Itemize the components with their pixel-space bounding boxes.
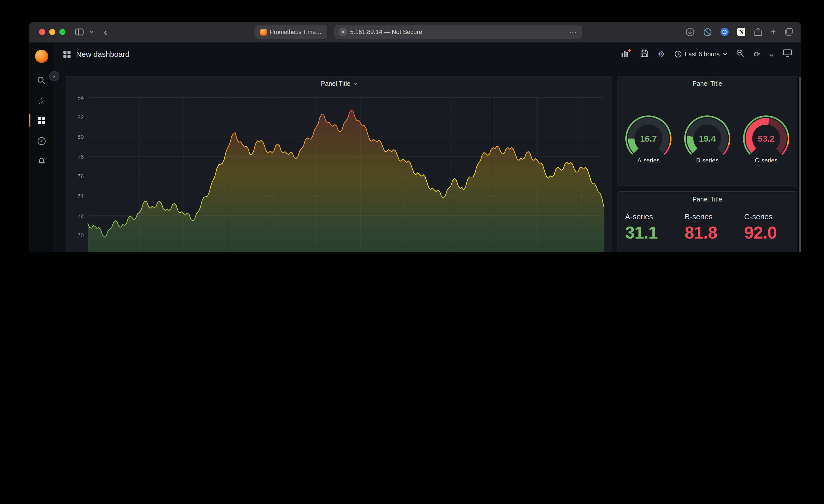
svg-text:80: 80 — [78, 134, 84, 140]
panel-title-bar[interactable]: Panel Title — [618, 76, 797, 91]
notion-extension-icon[interactable]: N — [737, 28, 745, 36]
stat-c-series: C-series 92.0 — [737, 207, 797, 252]
dashboards-grid-icon — [37, 117, 45, 125]
grafana-main: New dashboard — [54, 42, 801, 252]
panel-stats: Panel Title A-series 31.1 B-series — [617, 191, 797, 252]
grafana-logo[interactable] — [35, 50, 48, 63]
gauge-label: A-series — [637, 157, 659, 164]
grafana-favicon — [260, 29, 267, 35]
svg-text:68: 68 — [78, 252, 84, 252]
gauge-a-series: 16.7 A-series — [620, 114, 677, 164]
sidebar-expand-button[interactable]: › — [49, 71, 60, 81]
gauge-value: 16.7 — [620, 134, 677, 144]
gauge-b-series: 19.4 B-series — [679, 114, 736, 164]
minimize-window-button[interactable] — [49, 29, 55, 35]
sidebar-item-alerting[interactable] — [29, 151, 54, 172]
refresh-button[interactable]: ⟳ — [754, 49, 760, 59]
dashboard-canvas: Panel Title — [54, 66, 801, 252]
add-panel-button[interactable] — [621, 49, 631, 60]
kiosk-mode-button[interactable] — [783, 49, 792, 59]
dashboard-apps-icon — [63, 50, 71, 58]
stat-label: B-series — [685, 212, 737, 221]
back-button[interactable]: ‹ — [101, 26, 110, 38]
zoom-out-button[interactable] — [736, 49, 745, 59]
panel-gauges: Panel Title 16.7 A-series — [617, 76, 797, 187]
toolbar-right-icons: N + — [686, 26, 793, 38]
sidebar-toggle-icon[interactable] — [74, 26, 85, 38]
close-window-button[interactable] — [39, 29, 45, 35]
gauges-chart: 16.7 A-series 19.4 B-series — [618, 91, 797, 187]
page-icon: ✕ — [339, 28, 346, 35]
stat-b-series: B-series 81.8 — [678, 207, 737, 252]
chevron-down-icon — [723, 53, 727, 56]
timeseries-chart: 68707274767880828407:3008:0008:3009:0009… — [67, 91, 612, 252]
compass-icon — [37, 136, 46, 146]
window-controls — [39, 29, 66, 35]
tab-overview-icon[interactable] — [785, 28, 793, 36]
gauge-c-series: 53.2 C-series — [738, 114, 795, 164]
panel-title: Panel Title — [693, 80, 722, 87]
stat-a-series: A-series 31.1 — [618, 207, 678, 252]
svg-text:76: 76 — [78, 173, 84, 179]
desktop-background: ‹ Prometheus Time… ✕ 5.161.89.14 — Not S… — [0, 0, 824, 252]
navbar-actions: ⚙ Last 6 hours — [621, 49, 792, 60]
stats-chart: A-series 31.1 B-series 81.8 — [618, 207, 797, 252]
address-more-button[interactable]: ··· — [569, 28, 577, 35]
sidebar-item-explore[interactable] — [29, 131, 54, 151]
address-bar[interactable]: ✕ 5.161.89.14 — Not Secure ··· — [334, 25, 582, 39]
chevron-down-icon[interactable] — [88, 26, 95, 38]
dashboard-settings-button[interactable]: ⚙ — [658, 49, 665, 59]
address-text: 5.161.89.14 — Not Secure — [350, 28, 422, 35]
sidebar-item-starred[interactable]: ☆ — [29, 90, 54, 111]
downloads-icon[interactable] — [686, 27, 695, 36]
share-icon[interactable] — [754, 27, 762, 36]
app-content: ☆ — [29, 42, 801, 252]
tab-title: Prometheus Time… — [270, 29, 321, 35]
zoom-window-button[interactable] — [60, 29, 66, 35]
content-blocker-icon[interactable] — [703, 28, 712, 36]
gauge-label: B-series — [696, 157, 718, 164]
browser-tab-prometheus[interactable]: Prometheus Time… — [255, 25, 327, 39]
stat-label: C-series — [744, 212, 797, 221]
time-range-picker[interactable]: Last 6 hours — [674, 50, 727, 58]
password-extension-icon[interactable] — [720, 28, 729, 36]
stat-value: 31.1 — [625, 223, 678, 242]
time-range-label: Last 6 hours — [685, 51, 720, 58]
save-dashboard-button[interactable] — [641, 49, 649, 59]
svg-text:84: 84 — [78, 94, 84, 101]
svg-text:74: 74 — [78, 193, 84, 199]
stat-value: 92.0 — [744, 223, 797, 242]
dashboard-navbar: New dashboard — [54, 42, 801, 66]
panel-title-bar[interactable]: Panel Title — [618, 192, 797, 207]
stat-label: A-series — [625, 212, 678, 221]
svg-text:70: 70 — [78, 232, 84, 238]
gauge-label: C-series — [755, 157, 777, 164]
gauge-value: 19.4 — [679, 134, 736, 144]
svg-text:78: 78 — [78, 154, 84, 160]
gauge-value: 53.2 — [738, 134, 795, 144]
bell-icon — [37, 157, 46, 166]
panel-menu-chevron-icon — [353, 82, 357, 85]
search-icon — [37, 76, 46, 85]
new-tab-icon[interactable]: + — [771, 27, 776, 37]
panel-timeseries: Panel Title — [66, 76, 612, 252]
svg-text:72: 72 — [78, 212, 84, 219]
browser-toolbar: ‹ Prometheus Time… ✕ 5.161.89.14 — Not S… — [29, 22, 801, 42]
panel-title: Panel Title — [321, 80, 350, 87]
clock-icon — [674, 50, 682, 58]
panel-title: Panel Title — [693, 196, 722, 203]
refresh-interval-dropdown[interactable] — [769, 49, 774, 59]
dashboard-scrollbar[interactable] — [799, 77, 801, 252]
dashboard-title: New dashboard — [76, 50, 129, 59]
sidebar-item-dashboards[interactable] — [29, 111, 54, 131]
svg-text:82: 82 — [78, 114, 84, 120]
panel-title-bar[interactable]: Panel Title — [67, 76, 612, 91]
stat-value: 81.8 — [685, 223, 737, 242]
browser-window: ‹ Prometheus Time… ✕ 5.161.89.14 — Not S… — [29, 22, 801, 252]
